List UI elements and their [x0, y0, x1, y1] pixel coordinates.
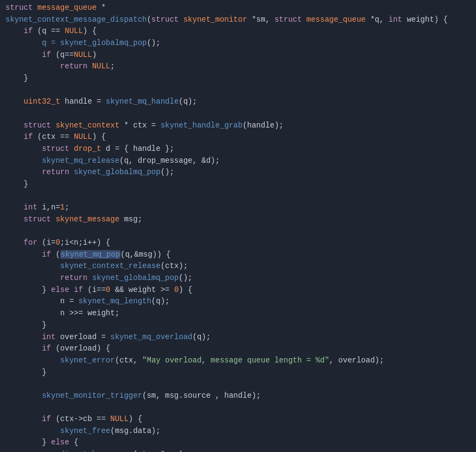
line: n = skynet_mq_length(q); [5, 296, 476, 308]
line [5, 226, 476, 238]
line [5, 402, 476, 413]
line: skynet_free(msg.data); [5, 425, 476, 437]
line: int i,n=1; [5, 202, 476, 214]
line [5, 378, 476, 390]
line: for (i=0;i<n;i++) { [5, 237, 476, 249]
line: return skynet_globalmq_pop(); [5, 272, 476, 284]
line: if (q==NULL) [5, 49, 476, 61]
line: } [5, 320, 476, 332]
line: q = skynet_globalmq_pop(); [5, 37, 476, 49]
line: if (q == NULL) { [5, 26, 476, 37]
line [5, 190, 476, 202]
line: } [5, 179, 476, 190]
line: skynet_monitor_trigger(sm, msg.source , … [5, 390, 476, 402]
line: } else { [5, 437, 476, 449]
line: struct drop_t d = { handle }; [5, 143, 476, 155]
line: uint32_t handle = skynet_mq_handle(q); [5, 96, 476, 108]
line: } [5, 367, 476, 379]
line: skynet_context_message_dispatch(struct s… [5, 14, 476, 26]
line: n >>= weight; [5, 308, 476, 320]
line [5, 108, 476, 120]
code-lines: struct message_queue *skynet_context_mes… [5, 2, 476, 452]
code-container: struct message_queue *skynet_context_mes… [0, 0, 476, 452]
line: skynet_mq_release(q, drop_message, &d); [5, 155, 476, 167]
line: struct message_queue * [5, 2, 476, 14]
line: dispatch_message(ctx, &msg); [5, 449, 476, 452]
line: return NULL; [5, 61, 476, 73]
line: if (ctx == NULL) { [5, 131, 476, 143]
line: if (ctx->cb == NULL) { [5, 413, 476, 425]
line: if (skynet_mq_pop(q,&msg)) { [5, 249, 476, 261]
line: if (overload) { [5, 343, 476, 355]
line [5, 85, 476, 97]
line: skynet_error(ctx, "May overload, message… [5, 355, 476, 367]
line: struct skynet_message msg; [5, 214, 476, 226]
line: } [5, 73, 476, 85]
line: skynet_context_release(ctx); [5, 260, 476, 272]
line: return skynet_globalmq_pop(); [5, 167, 476, 179]
line: } else if (i==0 && weight >= 0) { [5, 284, 476, 296]
line: struct skynet_context * ctx = skynet_han… [5, 120, 476, 132]
line: int overload = skynet_mq_overload(q); [5, 332, 476, 343]
